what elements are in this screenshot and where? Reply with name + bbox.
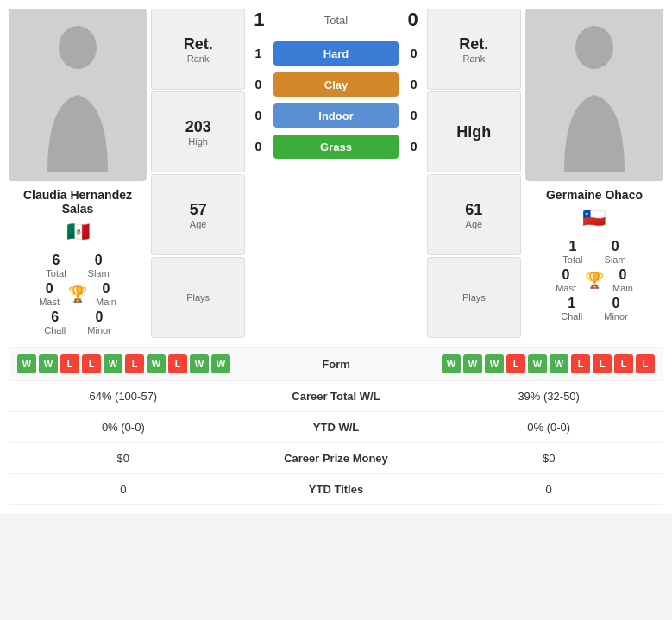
left-chall-label: Chall [44, 325, 66, 335]
left-form-badges: WWLLWLWLWW [17, 354, 230, 373]
left-stat-value: 64% (100-57) [9, 381, 238, 412]
form-badge-l: L [593, 354, 612, 373]
form-badge-l: L [168, 354, 187, 373]
table-row: 64% (100-57) Career Total W/L 39% (32-50… [9, 381, 663, 412]
stats-table: 64% (100-57) Career Total W/L 39% (32-50… [9, 381, 663, 505]
form-badge-w: W [442, 354, 461, 373]
form-badge-w: W [211, 354, 230, 373]
left-main-label: Main [96, 297, 116, 307]
right-player-flag: 🇨🇱 [582, 207, 606, 229]
left-clay-score: 0 [249, 78, 267, 91]
form-badge-w: W [39, 354, 58, 373]
table-row: 0 YTD Titles 0 [9, 474, 663, 505]
right-player-name: Germaine Ohaco [546, 188, 643, 202]
right-clay-score: 0 [405, 78, 423, 91]
right-slam-label: Slam [605, 254, 626, 265]
left-minor-label: Minor [87, 325, 111, 335]
left-slam: 0 [88, 253, 110, 268]
form-section: WWLLWLWLWW Form WWWLWWLLLL [9, 347, 663, 381]
form-badge-w: W [190, 354, 209, 373]
left-plays-label: Plays [156, 292, 240, 303]
svg-point-1 [575, 26, 613, 69]
right-hard-score: 0 [405, 47, 423, 60]
right-main-label: Main [612, 283, 633, 293]
clay-badge: Clay [273, 72, 398, 97]
right-high-box: High [427, 91, 521, 172]
left-indoor-score: 0 [249, 109, 267, 122]
right-total-label: Total [562, 254, 582, 265]
left-age-label: Age [156, 219, 240, 229]
form-badge-w: W [104, 354, 122, 373]
left-middle-stats: Ret. Rank 203 High 57 Age Plays [151, 9, 245, 338]
right-indoor-score: 0 [405, 109, 423, 122]
total-label: Total [324, 14, 348, 27]
grass-badge: Grass [273, 135, 398, 159]
left-minor: 0 [87, 310, 111, 325]
table-row: $0 Career Prize Money $0 [9, 443, 663, 474]
form-badge-l: L [60, 354, 79, 373]
court-row-indoor: 0 Indoor 0 [249, 103, 422, 128]
right-rank-label: Rank [432, 53, 516, 64]
right-high-value: High [432, 123, 516, 141]
right-grass-score: 0 [405, 140, 423, 153]
right-plays-label: Plays [432, 292, 516, 303]
stat-label: Career Prize Money [238, 443, 435, 474]
right-total: 1 [562, 239, 582, 254]
svg-point-0 [59, 26, 97, 69]
hard-badge: Hard [273, 41, 398, 66]
right-stat-value: $0 [434, 443, 663, 474]
left-stat-value: 0 [9, 474, 238, 505]
center-column: 1 Total 0 1 Hard 0 0 Clay 0 0 Indoor 0 0… [249, 9, 422, 338]
stat-label: YTD Titles [238, 474, 435, 505]
right-stat-value: 0% (0-0) [434, 412, 663, 443]
left-slam-label: Slam [88, 268, 110, 279]
left-player-stats: 6 Total 0 Slam 0 Mast 🏆 0 [9, 250, 147, 338]
right-stat-value: 39% (32-50) [434, 381, 663, 412]
right-total-score: 0 [407, 9, 418, 31]
right-minor-label: Minor [604, 311, 628, 322]
court-rows: 1 Hard 0 0 Clay 0 0 Indoor 0 0 Grass 0 [249, 41, 422, 159]
form-badge-w: W [463, 354, 482, 373]
right-slam: 0 [605, 239, 626, 254]
form-badge-w: W [485, 354, 504, 373]
left-stat-value: $0 [9, 443, 238, 474]
right-player-stats: 1 Total 0 Slam 0 Mast 🏆 0 [525, 236, 663, 324]
form-badge-l: L [125, 354, 144, 373]
right-player-card: Germaine Ohaco 🇨🇱 1 Total 0 Slam 0 [525, 9, 663, 338]
left-player-name: Claudia Hernandez Salas [9, 188, 147, 216]
main-container: Claudia Hernandez Salas 🇲🇽 6 Total 0 Sla… [0, 0, 672, 514]
left-rank-label: Rank [156, 53, 240, 64]
right-rank-value: Ret. [432, 35, 516, 53]
left-mast: 0 [39, 281, 60, 297]
left-stat-value: 0% (0-0) [9, 412, 238, 443]
left-hard-score: 1 [249, 47, 267, 60]
stat-label: Career Total W/L [238, 381, 435, 412]
left-total-label: Total [46, 268, 66, 279]
left-age-value: 57 [156, 201, 240, 219]
left-high-box: 203 High [151, 91, 245, 172]
right-player-avatar [525, 9, 663, 181]
left-player-card: Claudia Hernandez Salas 🇲🇽 6 Total 0 Sla… [9, 9, 147, 338]
right-form-badges: WWWLWWLLLL [442, 354, 655, 373]
right-mast-label: Mast [556, 283, 576, 293]
left-total-score: 1 [254, 9, 264, 31]
center-header: 1 Total 0 [249, 9, 422, 31]
right-plays-box: Plays [427, 257, 521, 338]
right-chall-label: Chall [561, 311, 582, 322]
form-badge-w: W [147, 354, 166, 373]
right-chall: 1 [561, 296, 582, 311]
left-mast-label: Mast [39, 297, 60, 307]
form-badge-l: L [506, 354, 525, 373]
court-row-hard: 1 Hard 0 [249, 41, 422, 66]
left-main: 0 [96, 281, 116, 297]
form-badge-l: L [82, 354, 101, 373]
form-badge-l: L [571, 354, 590, 373]
form-badge-w: W [550, 354, 568, 373]
right-age-box: 61 Age [427, 174, 521, 255]
left-rank-box: Ret. Rank [151, 9, 245, 90]
court-row-clay: 0 Clay 0 [249, 72, 422, 97]
right-age-value: 61 [432, 201, 516, 219]
left-plays-box: Plays [151, 257, 245, 338]
left-player-avatar [9, 9, 147, 181]
form-badge-w: W [528, 354, 547, 373]
